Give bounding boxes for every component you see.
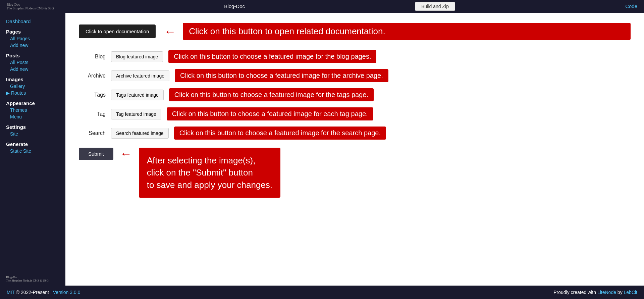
sidebar-section-posts: Posts xyxy=(6,53,65,58)
blog-label: Blog xyxy=(79,54,106,60)
sidebar-nav-area: Dashboard Pages All Pages Add new Posts … xyxy=(6,18,65,154)
top-nav-center-link[interactable]: Blog-Doc xyxy=(224,3,245,9)
sidebar-item-add-new-pages[interactable]: Add new xyxy=(6,42,65,49)
sidebar: Dashboard Pages All Pages Add new Posts … xyxy=(0,13,65,286)
sidebar-item-gallery[interactable]: Gallery xyxy=(6,83,65,90)
search-label: Search xyxy=(79,130,106,136)
submit-tooltip-line2: click on the "Submit" button xyxy=(147,167,253,178)
tags-tooltip: Click on this button to choose a feature… xyxy=(169,88,374,101)
tags-image-row: Tags Tags featured image Click on this b… xyxy=(79,88,631,101)
sidebar-item-themes[interactable]: Themes xyxy=(6,107,65,113)
archive-tooltip: Click on this button to choose a feature… xyxy=(175,69,388,82)
doc-button-row: Click to open documentation ← Click on t… xyxy=(79,23,631,40)
archive-label: Archive xyxy=(79,73,106,79)
version-link[interactable]: Version 3.0.0 xyxy=(53,290,80,295)
archive-image-row: Archive Archive featured image Click on … xyxy=(79,69,631,82)
footer: MIT © 2022-Present . Version 3.0.0 Proud… xyxy=(0,286,644,299)
submit-arrow-icon: ← xyxy=(120,148,132,160)
code-link-area[interactable]: Code xyxy=(625,3,637,9)
submit-tooltip-text: After selecting the image(s), click on t… xyxy=(139,148,280,198)
submit-tooltip-line1: After selecting the image(s), xyxy=(147,155,256,165)
sidebar-item-static-site[interactable]: Static Site xyxy=(6,148,65,154)
tag-tooltip: Click on this button to choose a feature… xyxy=(167,107,373,120)
submit-row: Submit ← After selecting the image(s), c… xyxy=(79,148,631,198)
sidebar-item-menu[interactable]: Menu xyxy=(6,113,65,120)
sidebar-item-all-pages[interactable]: All Pages xyxy=(6,35,65,42)
footer-right: Proudly created with LiteNode by LebCit xyxy=(553,290,637,295)
footer-proudly: Proudly created with xyxy=(553,290,596,295)
sidebar-footer-logo-sub: The Simplest Node.js CMS & SSG xyxy=(6,279,65,282)
submit-tooltip-line3: to save and apply your changes. xyxy=(147,180,272,190)
lebcit-link[interactable]: LebCit xyxy=(624,290,637,295)
mit-link[interactable]: MIT xyxy=(7,290,15,295)
footer-by: by xyxy=(618,290,623,295)
tag-image-row: Tag Tag featured image Click on this but… xyxy=(79,107,631,120)
search-tooltip: Click on this button to choose a feature… xyxy=(174,127,386,140)
footer-left: MIT © 2022-Present . Version 3.0.0 xyxy=(7,290,80,295)
sidebar-item-routes[interactable]: ▶ Routes xyxy=(6,90,65,96)
code-link[interactable]: Code xyxy=(625,3,637,9)
blog-tooltip: Click on this button to choose a feature… xyxy=(168,50,376,63)
sidebar-section-settings: Settings xyxy=(6,124,65,130)
tags-featured-image-button[interactable]: Tags featured image xyxy=(111,90,164,100)
build-zip-area: Build and Zip xyxy=(415,2,455,11)
blog-featured-image-button[interactable]: Blog featured image xyxy=(111,51,163,62)
sidebar-section-pages: Pages xyxy=(6,29,65,35)
sidebar-item-add-new-posts[interactable]: Add new xyxy=(6,66,65,72)
sidebar-item-site[interactable]: Site xyxy=(6,131,65,137)
footer-copyright: © 2022-Present . xyxy=(16,290,52,295)
main-content-area: Click to open documentation ← Click on t… xyxy=(65,13,644,286)
sidebar-footer-logo: Blog-Doc The Simplest Node.js CMS & SSG xyxy=(6,276,65,282)
archive-featured-image-button[interactable]: Archive featured image xyxy=(111,70,169,81)
sidebar-section-images: Images xyxy=(6,77,65,82)
tags-label: Tags xyxy=(79,92,106,98)
search-featured-image-button[interactable]: Search featured image xyxy=(111,128,169,139)
search-image-row: Search Search featured image Click on th… xyxy=(79,127,631,140)
blog-image-row: Blog Blog featured image Click on this b… xyxy=(79,50,631,63)
sidebar-footer-logo-text: Blog-Doc xyxy=(6,276,65,279)
open-documentation-button[interactable]: Click to open documentation xyxy=(79,24,156,38)
sidebar-item-all-posts[interactable]: All Posts xyxy=(6,59,65,66)
top-logo: Blog-Doc The Simplest Node.js CMS & SSG xyxy=(7,3,54,10)
sidebar-item-dashboard[interactable]: Dashboard xyxy=(6,18,65,25)
build-zip-button[interactable]: Build and Zip xyxy=(415,2,455,11)
doc-arrow-icon: ← xyxy=(164,26,176,38)
sidebar-section-generate: Generate xyxy=(6,141,65,147)
top-logo-text: Blog-Doc xyxy=(7,3,54,6)
sidebar-navigation: Dashboard Pages All Pages Add new Posts … xyxy=(6,18,65,154)
submit-button[interactable]: Submit xyxy=(79,148,113,160)
top-logo-sub: The Simplest Node.js CMS & SSG xyxy=(7,6,54,10)
litenode-link[interactable]: LiteNode xyxy=(597,290,616,295)
sidebar-section-appearance: Appearance xyxy=(6,100,65,106)
tag-featured-image-button[interactable]: Tag featured image xyxy=(111,109,161,119)
blog-doc-link[interactable]: Blog-Doc xyxy=(224,3,245,9)
tag-label: Tag xyxy=(79,111,106,117)
doc-tooltip-text: Click on this button to open related doc… xyxy=(183,23,631,40)
main-layout: Dashboard Pages All Pages Add new Posts … xyxy=(0,13,644,286)
top-navbar: Blog-Doc The Simplest Node.js CMS & SSG … xyxy=(0,0,644,13)
